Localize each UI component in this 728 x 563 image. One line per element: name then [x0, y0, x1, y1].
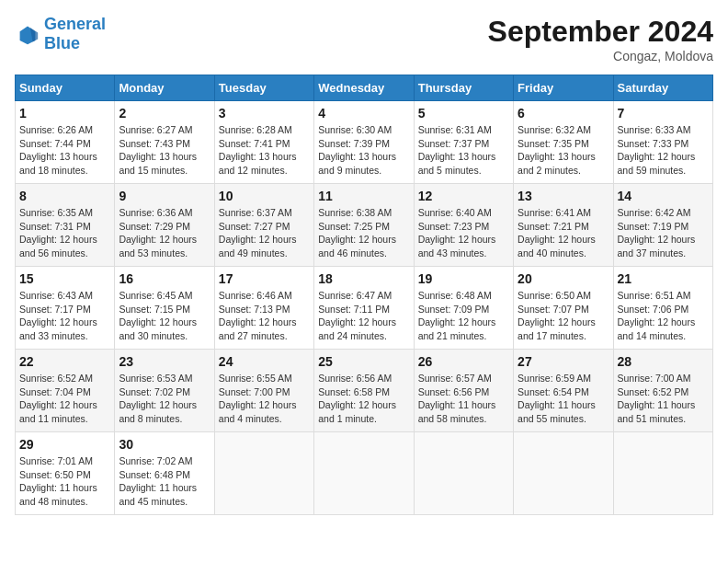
calendar-cell: 30Sunrise: 7:02 AM Sunset: 6:48 PM Dayli…	[115, 432, 214, 515]
day-info: Sunrise: 6:33 AM Sunset: 7:33 PM Dayligh…	[618, 123, 709, 178]
day-number: 27	[518, 354, 609, 369]
calendar-cell: 9Sunrise: 6:36 AM Sunset: 7:29 PM Daylig…	[115, 184, 214, 267]
day-number: 26	[418, 354, 509, 369]
header-row: SundayMondayTuesdayWednesdayThursdayFrid…	[16, 75, 713, 101]
day-info: Sunrise: 6:55 AM Sunset: 7:00 PM Dayligh…	[219, 372, 310, 426]
day-number: 11	[318, 189, 409, 203]
day-info: Sunrise: 6:56 AM Sunset: 6:58 PM Dayligh…	[318, 372, 409, 426]
logo-icon	[15, 21, 40, 47]
calendar-cell: 20Sunrise: 6:50 AM Sunset: 7:07 PM Dayli…	[514, 267, 613, 350]
day-info: Sunrise: 6:53 AM Sunset: 7:02 PM Dayligh…	[119, 372, 210, 426]
week-row-4: 22Sunrise: 6:52 AM Sunset: 7:04 PM Dayli…	[16, 350, 713, 432]
day-number: 6	[518, 106, 609, 121]
title-block: September 2024 Congaz, Moldova	[488, 15, 713, 63]
calendar-cell	[514, 432, 613, 515]
day-info: Sunrise: 6:37 AM Sunset: 7:27 PM Dayligh…	[219, 206, 310, 260]
calendar-cell	[414, 432, 513, 515]
day-info: Sunrise: 6:40 AM Sunset: 7:23 PM Dayligh…	[418, 206, 509, 260]
calendar-cell: 17Sunrise: 6:46 AM Sunset: 7:13 PM Dayli…	[214, 267, 313, 350]
calendar-cell: 8Sunrise: 6:35 AM Sunset: 7:31 PM Daylig…	[16, 184, 115, 267]
week-row-5: 29Sunrise: 7:01 AM Sunset: 6:50 PM Dayli…	[16, 432, 713, 515]
day-info: Sunrise: 6:32 AM Sunset: 7:35 PM Dayligh…	[518, 123, 609, 178]
day-number: 9	[119, 189, 210, 203]
day-info: Sunrise: 6:50 AM Sunset: 7:07 PM Dayligh…	[518, 289, 609, 343]
day-info: Sunrise: 6:30 AM Sunset: 7:39 PM Dayligh…	[318, 123, 409, 178]
day-info: Sunrise: 7:00 AM Sunset: 6:52 PM Dayligh…	[618, 372, 709, 426]
day-info: Sunrise: 6:31 AM Sunset: 7:37 PM Dayligh…	[418, 123, 509, 178]
calendar-cell: 5Sunrise: 6:31 AM Sunset: 7:37 PM Daylig…	[414, 101, 513, 184]
col-header-thursday: Thursday	[414, 75, 513, 101]
day-number: 20	[518, 271, 609, 286]
calendar-cell: 3Sunrise: 6:28 AM Sunset: 7:41 PM Daylig…	[214, 101, 313, 184]
day-info: Sunrise: 6:51 AM Sunset: 7:06 PM Dayligh…	[618, 289, 709, 343]
day-number: 25	[318, 354, 409, 369]
calendar-cell: 10Sunrise: 6:37 AM Sunset: 7:27 PM Dayli…	[214, 184, 313, 267]
calendar-cell: 15Sunrise: 6:43 AM Sunset: 7:17 PM Dayli…	[16, 267, 115, 350]
day-info: Sunrise: 6:47 AM Sunset: 7:11 PM Dayligh…	[318, 289, 409, 343]
calendar-cell: 25Sunrise: 6:56 AM Sunset: 6:58 PM Dayli…	[314, 350, 414, 432]
day-info: Sunrise: 6:26 AM Sunset: 7:44 PM Dayligh…	[19, 123, 110, 178]
col-header-tuesday: Tuesday	[214, 75, 313, 101]
day-info: Sunrise: 6:41 AM Sunset: 7:21 PM Dayligh…	[518, 206, 609, 260]
calendar-cell: 21Sunrise: 6:51 AM Sunset: 7:06 PM Dayli…	[613, 267, 712, 350]
col-header-monday: Monday	[115, 75, 214, 101]
calendar-cell: 18Sunrise: 6:47 AM Sunset: 7:11 PM Dayli…	[314, 267, 414, 350]
calendar-cell: 29Sunrise: 7:01 AM Sunset: 6:50 PM Dayli…	[16, 432, 115, 515]
day-number: 16	[119, 271, 210, 286]
day-info: Sunrise: 6:52 AM Sunset: 7:04 PM Dayligh…	[19, 372, 110, 426]
day-number: 22	[19, 354, 110, 369]
day-number: 18	[318, 271, 409, 286]
calendar-cell: 14Sunrise: 6:42 AM Sunset: 7:19 PM Dayli…	[613, 184, 712, 267]
day-info: Sunrise: 6:45 AM Sunset: 7:15 PM Dayligh…	[119, 289, 210, 343]
day-number: 30	[119, 437, 210, 452]
day-info: Sunrise: 6:28 AM Sunset: 7:41 PM Dayligh…	[219, 123, 310, 178]
day-number: 28	[618, 354, 709, 369]
day-number: 2	[119, 106, 210, 121]
day-number: 3	[219, 106, 310, 121]
calendar-cell: 4Sunrise: 6:30 AM Sunset: 7:39 PM Daylig…	[314, 101, 414, 184]
day-number: 4	[318, 106, 409, 121]
day-info: Sunrise: 7:01 AM Sunset: 6:50 PM Dayligh…	[19, 454, 110, 509]
week-row-1: 1Sunrise: 6:26 AM Sunset: 7:44 PM Daylig…	[16, 101, 713, 184]
calendar-cell: 16Sunrise: 6:45 AM Sunset: 7:15 PM Dayli…	[115, 267, 214, 350]
day-info: Sunrise: 6:42 AM Sunset: 7:19 PM Dayligh…	[618, 206, 709, 260]
calendar-cell	[613, 432, 712, 515]
week-row-3: 15Sunrise: 6:43 AM Sunset: 7:17 PM Dayli…	[16, 267, 713, 350]
day-info: Sunrise: 6:38 AM Sunset: 7:25 PM Dayligh…	[318, 206, 409, 260]
col-header-sunday: Sunday	[16, 75, 115, 101]
day-number: 24	[219, 354, 310, 369]
logo-text: GeneralBlue	[44, 15, 106, 52]
page-header: GeneralBlue September 2024 Congaz, Moldo…	[15, 15, 713, 63]
day-number: 14	[618, 189, 709, 203]
col-header-wednesday: Wednesday	[314, 75, 414, 101]
day-number: 19	[418, 271, 509, 286]
week-row-2: 8Sunrise: 6:35 AM Sunset: 7:31 PM Daylig…	[16, 184, 713, 267]
calendar-cell: 13Sunrise: 6:41 AM Sunset: 7:21 PM Dayli…	[514, 184, 613, 267]
location: Congaz, Moldova	[488, 49, 713, 63]
logo: GeneralBlue	[15, 15, 106, 53]
day-info: Sunrise: 6:46 AM Sunset: 7:13 PM Dayligh…	[219, 289, 310, 343]
day-info: Sunrise: 6:43 AM Sunset: 7:17 PM Dayligh…	[19, 289, 110, 343]
calendar-cell	[214, 432, 313, 515]
calendar-cell: 12Sunrise: 6:40 AM Sunset: 7:23 PM Dayli…	[414, 184, 513, 267]
calendar-cell: 2Sunrise: 6:27 AM Sunset: 7:43 PM Daylig…	[115, 101, 214, 184]
calendar-cell: 11Sunrise: 6:38 AM Sunset: 7:25 PM Dayli…	[314, 184, 414, 267]
day-number: 1	[19, 106, 110, 121]
day-number: 13	[518, 189, 609, 203]
day-info: Sunrise: 6:36 AM Sunset: 7:29 PM Dayligh…	[119, 206, 210, 260]
col-header-saturday: Saturday	[613, 75, 712, 101]
day-info: Sunrise: 6:27 AM Sunset: 7:43 PM Dayligh…	[119, 123, 210, 178]
day-info: Sunrise: 6:48 AM Sunset: 7:09 PM Dayligh…	[418, 289, 509, 343]
calendar-cell: 24Sunrise: 6:55 AM Sunset: 7:00 PM Dayli…	[214, 350, 313, 432]
day-info: Sunrise: 7:02 AM Sunset: 6:48 PM Dayligh…	[119, 454, 210, 509]
day-number: 29	[19, 437, 110, 452]
month-title: September 2024	[488, 15, 713, 49]
calendar-cell: 6Sunrise: 6:32 AM Sunset: 7:35 PM Daylig…	[514, 101, 613, 184]
day-info: Sunrise: 6:35 AM Sunset: 7:31 PM Dayligh…	[19, 206, 110, 260]
day-number: 23	[119, 354, 210, 369]
day-number: 12	[418, 189, 509, 203]
calendar-cell: 28Sunrise: 7:00 AM Sunset: 6:52 PM Dayli…	[613, 350, 712, 432]
day-number: 8	[19, 189, 110, 203]
col-header-friday: Friday	[514, 75, 613, 101]
day-number: 5	[418, 106, 509, 121]
